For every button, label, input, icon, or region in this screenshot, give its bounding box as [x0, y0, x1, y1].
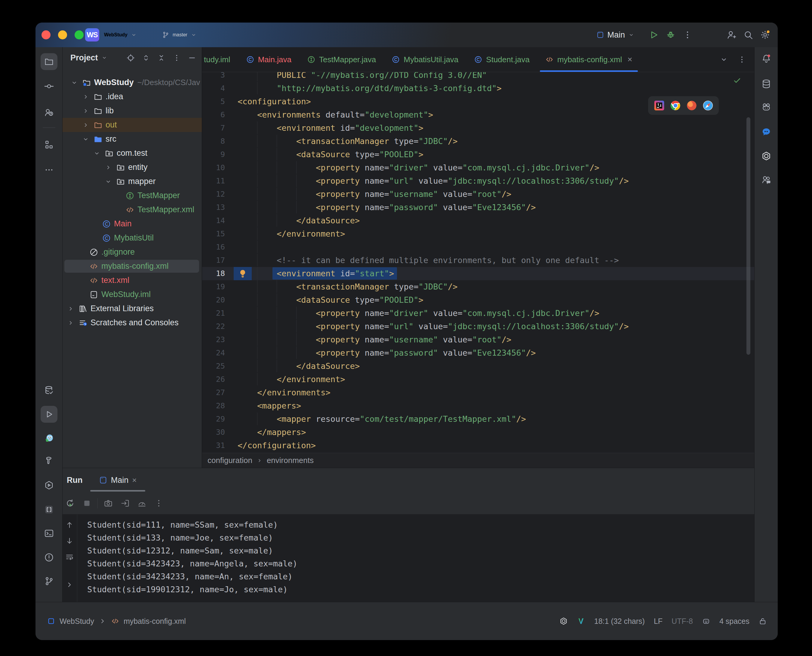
ai-robot-icon[interactable] [702, 617, 710, 625]
code-line-15[interactable]: 15</environment> [202, 227, 754, 240]
minimize-window-button[interactable] [58, 30, 67, 39]
stop-button[interactable] [81, 497, 93, 510]
collapse-icon[interactable] [157, 54, 166, 62]
code-line-21[interactable]: 21<property name="driver" value="com.mys… [202, 307, 754, 320]
chevron-right-icon[interactable] [67, 305, 78, 313]
chevron-right-icon[interactable] [67, 319, 78, 327]
code-line-22[interactable]: 22<property name="url" value="jdbc:mysql… [202, 320, 754, 333]
hide-icon[interactable] [188, 54, 196, 62]
lock-open-icon[interactable] [758, 617, 767, 625]
caret-position[interactable]: 18:1 (32 chars) [594, 617, 645, 626]
tree-item-scratches-and-consoles[interactable]: Scratches and Consoles [62, 316, 202, 330]
export-button[interactable] [119, 497, 132, 510]
openai-icon[interactable] [559, 617, 568, 625]
tree-item--gitignore[interactable]: .gitignore [62, 245, 202, 259]
settings-button[interactable] [757, 26, 773, 43]
tree-item-testmapper[interactable]: TestMapper [62, 189, 202, 203]
tab-options-icon[interactable] [738, 55, 747, 64]
tree-item-entity[interactable]: entity [62, 160, 202, 174]
tab-mybatis-config-xml[interactable]: mybatis-config.xml× [538, 47, 640, 72]
target-icon[interactable] [126, 54, 135, 62]
tree-item-com-test[interactable]: com.test [62, 146, 202, 160]
build-tool[interactable] [40, 452, 57, 469]
code-line-3[interactable]: 3PUBLIC "-//mybatis.org//DTD Config 3.0/… [202, 72, 754, 82]
run-tab-main[interactable]: Main × [90, 468, 145, 492]
more-tools[interactable] [40, 161, 57, 178]
chevron-right-icon[interactable] [82, 93, 93, 101]
chevron-down-icon[interactable] [82, 135, 93, 143]
tree-item-src[interactable]: src [62, 132, 202, 146]
code-line-4[interactable]: 4"http://mybatis.org/dtd/mybatis-3-confi… [202, 82, 754, 95]
notifications[interactable] [758, 50, 775, 67]
vcs-branch-widget[interactable]: master [162, 23, 197, 47]
breadcrumb-item[interactable]: environments [267, 456, 314, 465]
ai-assistant[interactable] [758, 99, 775, 116]
safari-icon[interactable] [702, 99, 714, 111]
tab-student-java[interactable]: Student.java [466, 47, 538, 72]
editor-scrollbar[interactable] [747, 117, 750, 355]
code-line-30[interactable]: 30</mappers> [202, 426, 754, 439]
softwrap-icon[interactable] [65, 552, 74, 562]
commit-tool[interactable] [40, 78, 57, 95]
expand-icon[interactable] [142, 54, 150, 62]
maximize-window-button[interactable] [74, 30, 84, 39]
database-tool[interactable] [40, 382, 57, 399]
status-file[interactable]: mybatis-config.xml [124, 617, 186, 626]
tab-mybatisutil-java[interactable]: MybatisUtil.java [384, 47, 466, 72]
chevron-down-icon[interactable] [101, 54, 108, 61]
run-configuration-selector[interactable]: Main [597, 30, 635, 40]
ai-code-tool[interactable] [40, 501, 57, 518]
tree-item-mybatisutil[interactable]: MybatisUtil [62, 231, 202, 245]
hidden-tabs-icon[interactable] [719, 55, 728, 64]
more-run-actions-button[interactable] [679, 26, 696, 43]
pull-requests-tool[interactable] [40, 104, 57, 121]
indent-setting[interactable]: 4 spaces [719, 617, 750, 626]
v-plugin-icon[interactable] [577, 617, 585, 625]
code-line-23[interactable]: 23<property name="username" value="root"… [202, 333, 754, 347]
line-separator[interactable]: LF [654, 617, 663, 626]
file-encoding[interactable]: UTF-8 [671, 617, 693, 626]
code-line-25[interactable]: 25</dataSource> [202, 360, 754, 373]
code-with-me[interactable] [758, 171, 775, 188]
code-editor[interactable]: 3PUBLIC "-//mybatis.org//DTD Config 3.0/… [202, 72, 754, 453]
code-with-me-button[interactable] [723, 26, 740, 43]
tree-item-mapper[interactable]: mapper [62, 174, 202, 189]
tree-item-webstudy-iml[interactable]: WebStudy.iml [62, 288, 202, 302]
tree-item-lib[interactable]: lib [62, 104, 202, 118]
tab-testmapper-java[interactable]: TestMapper.java [299, 47, 384, 72]
camera-button[interactable] [102, 497, 115, 510]
project-widget[interactable]: WebStudy [104, 23, 137, 47]
more-v-button[interactable] [152, 497, 165, 510]
chevron-right-icon[interactable] [104, 164, 116, 171]
terminal-tool[interactable] [40, 525, 57, 542]
openai-plugin[interactable] [758, 148, 775, 164]
inspections-ok-icon[interactable] [733, 76, 742, 85]
services-tool[interactable] [40, 477, 57, 494]
code-line-24[interactable]: 24<property name="password" value="Eve12… [202, 347, 754, 360]
tree-item-main[interactable]: Main [62, 217, 202, 231]
more-v-icon[interactable] [172, 54, 181, 62]
tree-item-external-libraries[interactable]: External Libraries [62, 302, 202, 316]
database[interactable] [758, 76, 775, 92]
tree-item-testmapper-xml[interactable]: TestMapper.xml [62, 203, 202, 217]
intellij-icon[interactable] [653, 99, 665, 111]
chevron-down-icon[interactable] [70, 79, 82, 87]
code-line-8[interactable]: 8<transactionManager type="JDBC"/> [202, 135, 754, 148]
code-line-31[interactable]: 31</configuration> [202, 439, 754, 452]
structure-tool[interactable] [40, 136, 57, 153]
arrow-down-icon[interactable] [65, 536, 74, 545]
chat-plugin[interactable] [758, 124, 775, 141]
tree-item-webstudy[interactable]: WebStudy~/Desktop/CS/Jav [62, 76, 202, 90]
code-line-18[interactable]: 18<environment id="start"> [202, 267, 754, 280]
code-line-10[interactable]: 10<property name="driver" value="com.mys… [202, 161, 754, 174]
debug-button[interactable] [662, 26, 679, 43]
git-tool[interactable] [40, 573, 57, 589]
code-line-16[interactable]: 16 [202, 240, 754, 254]
tree-item-mybatis-config-xml[interactable]: mybatis-config.xml [62, 259, 202, 273]
project-tool[interactable] [40, 53, 57, 70]
chrome-icon[interactable] [669, 99, 682, 111]
problems-tool[interactable] [40, 549, 57, 566]
close-window-button[interactable] [42, 30, 51, 39]
code-line-27[interactable]: 27</environments> [202, 386, 754, 399]
code-line-19[interactable]: 19<transactionManager type="JDBC"/> [202, 280, 754, 294]
